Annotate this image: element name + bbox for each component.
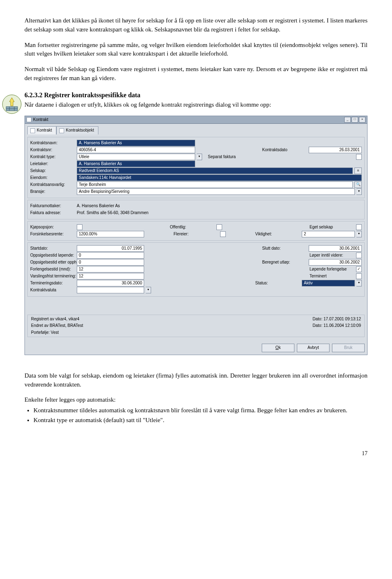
field-beregnetutlop[interactable]: 30.06.2002 bbox=[309, 259, 362, 266]
tab-kontrakt[interactable]: Kontrakt bbox=[27, 126, 56, 134]
label-separatfaktura: Separat faktura bbox=[208, 154, 253, 160]
field-selskap[interactable]: Rødtvedt Eiendom AS bbox=[77, 168, 353, 174]
register-icon bbox=[2, 94, 22, 114]
label-terminert: Terminert bbox=[310, 273, 354, 279]
checkbox-separatfaktura[interactable] bbox=[356, 154, 362, 160]
audit-endretdate: Dato: 11.06.2004 12:10:09 bbox=[313, 323, 361, 329]
dropdown-status[interactable]: ▾ bbox=[356, 280, 362, 286]
label-lopendeforlengelse: Løpende forlengelse bbox=[310, 266, 354, 273]
lookup-selskap-button[interactable]: ≡ bbox=[354, 168, 362, 174]
kontrakt-window: Kontrakt _ □ × Kontrakt Kontraktsobjekt … bbox=[24, 116, 368, 355]
maximize-button[interactable]: □ bbox=[352, 117, 358, 123]
checkbox-kjopsopsjon[interactable] bbox=[77, 224, 82, 230]
label-egetselskap: Eget selskap bbox=[310, 224, 354, 230]
label-beregnetutlop: Beregnet utløp: bbox=[262, 259, 307, 266]
label-eiendom: Eiendom: bbox=[30, 175, 75, 181]
label-kontraktsdato: Kontraktsdato bbox=[262, 147, 307, 153]
label-viktighet: Viktighet: bbox=[255, 231, 300, 237]
field-eiendom[interactable]: Sandakerv.114c Havnajordet bbox=[77, 174, 362, 181]
audit-portefolje: Portefølje: Vest bbox=[31, 330, 59, 336]
window-icon bbox=[27, 117, 31, 122]
checkbox-egetselskap[interactable] bbox=[356, 224, 362, 230]
field-startdato[interactable]: 01.07.1995 bbox=[77, 245, 144, 252]
label-fleireier: Flereier: bbox=[174, 231, 218, 237]
label-selskap: Selskap: bbox=[30, 168, 75, 174]
label-opps-lopende: Oppsigelsestid løpende: bbox=[30, 253, 75, 259]
checkbox-fleireier[interactable] bbox=[220, 231, 226, 237]
field-termineringsdato[interactable]: 30.06.2000 bbox=[77, 280, 144, 286]
field-kontraktvaluta[interactable] bbox=[77, 287, 144, 293]
group-opsjoner: Kjøpsopsjon: Offentlig: Eget selskap For… bbox=[27, 221, 365, 241]
tab-kontraktsobjekt[interactable]: Kontraktsobjekt bbox=[56, 126, 98, 134]
label-fakturaadresse: Faktura adresse: bbox=[30, 210, 75, 216]
audit-regdate: Dato: 17.07.2001 09:13:12 bbox=[313, 316, 361, 322]
ok-button[interactable]: Ok bbox=[262, 344, 294, 352]
document-icon bbox=[30, 128, 35, 133]
field-varslingsfrist[interactable]: 12 bbox=[77, 273, 144, 279]
group-faktura: Fakturamottaker: A. Hansens Bakerier As … bbox=[27, 200, 365, 219]
label-forlengelsestid: Forlengelsestid (mnd): bbox=[30, 266, 75, 273]
field-leietaker[interactable]: A. Hansens Bakerier As bbox=[77, 161, 195, 167]
window-title: Kontrakt bbox=[33, 117, 48, 123]
bruk-button[interactable]: Bruk bbox=[332, 344, 365, 352]
label-kontraktsnr: Kontraktsnr: bbox=[30, 147, 75, 153]
field-forsinkelsesrente[interactable]: 1200.00% bbox=[77, 231, 144, 237]
close-button[interactable]: × bbox=[359, 117, 365, 123]
dropdown-kontrakttype[interactable]: ▾ bbox=[197, 154, 202, 160]
label-kontraktsnavn: Kontraktsnavn: bbox=[30, 140, 75, 146]
audit-reg: Registrert av vikar4, vikar4 bbox=[31, 316, 79, 322]
list-item: Kontrakt type er automatisk (default) sa… bbox=[33, 416, 368, 425]
window-titlebar: Kontrakt _ □ × bbox=[25, 116, 367, 124]
field-kontraktsnr[interactable]: 406056-4 bbox=[77, 147, 195, 153]
group-datoer: Startdato: 01.07.1995 Slutt dato: 30.06.… bbox=[27, 242, 365, 297]
label-kontrakttype: Kontrakt type: bbox=[30, 154, 75, 160]
label-loperinntil: Løper inntil videre: bbox=[310, 253, 354, 259]
field-kontraktsdato[interactable]: 26.03.2001 bbox=[309, 147, 362, 153]
group-audit: Registrert av vikar4, vikar4Dato: 17.07.… bbox=[27, 315, 365, 338]
label-kontraktvaluta: Kontraktvaluta bbox=[30, 287, 75, 293]
field-opps-lopende[interactable]: 0 bbox=[77, 252, 144, 259]
section-lead: Når dataene i dialogen er utfylt, klikke… bbox=[24, 101, 368, 110]
field-opps-etter[interactable]: 0 bbox=[77, 259, 144, 266]
audit-endret: Endret av BRATest, BRATest bbox=[31, 323, 83, 329]
label-kjopsopsjon: Kjøpsopsjon: bbox=[30, 224, 75, 230]
group-kontrakt-info: Kontraktsnavn: A. Hansens Bakerier As Ko… bbox=[27, 137, 365, 198]
field-bransje[interactable]: Andre Bespisning/Servering bbox=[77, 188, 355, 195]
document-icon bbox=[59, 128, 64, 133]
field-kontraktsnavn[interactable]: A. Hansens Bakerier As bbox=[77, 140, 195, 146]
label-fakturamottaker: Fakturamottaker: bbox=[30, 203, 75, 209]
minimize-button[interactable]: _ bbox=[344, 117, 351, 123]
checkbox-lopendeforlengelse[interactable] bbox=[356, 266, 362, 272]
page-number: 17 bbox=[24, 449, 368, 458]
dropdown-viktighet[interactable]: ▾ bbox=[356, 231, 362, 237]
paragraph-5: Enkelte felter legges opp automatisk: bbox=[24, 396, 368, 405]
list-item: Kontraktsnummer tildeles automatisk og k… bbox=[33, 406, 368, 415]
checkbox-offentlig[interactable] bbox=[216, 224, 222, 230]
dropdown-bransje[interactable]: ▾ bbox=[356, 188, 362, 195]
label-varslingsfrist: Varslingsfrist terminering: bbox=[30, 273, 75, 279]
dropdown-kontraktvaluta[interactable]: ▾ bbox=[146, 287, 151, 293]
field-kontrakttype[interactable]: Utleie bbox=[77, 154, 195, 160]
field-status[interactable]: Aktiv bbox=[302, 280, 355, 286]
avbryt-button[interactable]: Avbryt bbox=[297, 344, 330, 352]
label-startdato: Startdato: bbox=[30, 246, 75, 252]
field-kontraktsansvarlig[interactable]: Terje Borsheim bbox=[77, 181, 353, 188]
checkbox-terminert[interactable] bbox=[356, 273, 362, 279]
section-heading: 6.2.3.2 Registrer kontraktsspesifikke da… bbox=[24, 90, 368, 100]
field-sluttdato[interactable]: 30.06.2001 bbox=[309, 245, 362, 252]
label-opps-etter: Oppsigelsestid etter opphør: bbox=[30, 259, 75, 266]
label-status: Status: bbox=[255, 280, 300, 286]
label-termineringsdato: Termineringsdato: bbox=[30, 280, 75, 286]
label-offentlig: Offentlig: bbox=[170, 224, 215, 230]
checkbox-loperinntil[interactable] bbox=[356, 253, 362, 258]
field-viktighet[interactable]: 2 bbox=[302, 231, 355, 237]
paragraph-2: Man fortsetter registreringene på samme … bbox=[24, 41, 368, 59]
lookup-ansvarlig-button[interactable]: 🔍 bbox=[354, 181, 362, 188]
field-forlengelsestid[interactable]: 12 bbox=[77, 266, 144, 273]
paragraph-4: Data som ble valgt for selskap, eiendom … bbox=[24, 371, 368, 389]
value-fakturaadresse: Prof. Smiths alle 56-60, 3048 Drammen bbox=[77, 210, 149, 216]
bullet-list: Kontraktsnummer tildeles automatisk og k… bbox=[33, 406, 368, 425]
paragraph-1: Alternativt kan det klikkes på ikonet ti… bbox=[24, 16, 368, 34]
paragraph-3: Normalt vil både Selskap og Eiendom være… bbox=[24, 65, 368, 83]
label-bransje: Bransje: bbox=[30, 189, 75, 195]
